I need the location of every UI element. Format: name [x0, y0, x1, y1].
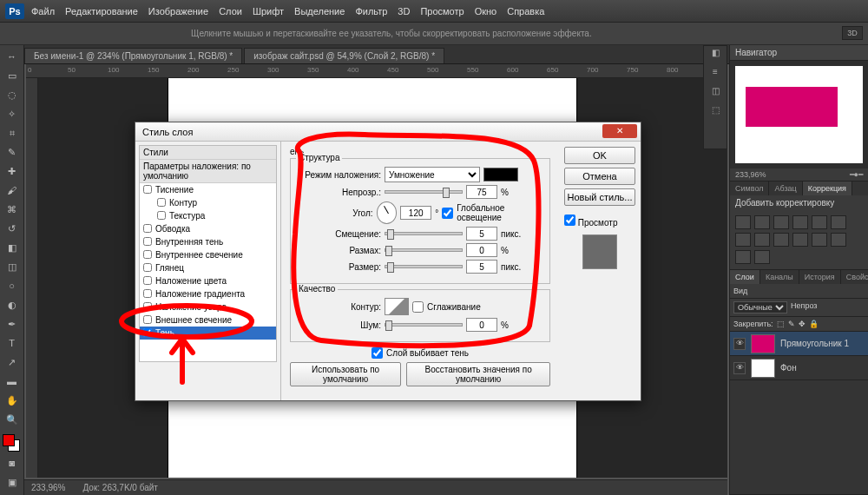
adj-icon[interactable]: [792, 215, 808, 229]
blending-options-header[interactable]: Параметры наложения: по умолчанию: [140, 160, 276, 183]
document-tab[interactable]: изображ сайт.psd @ 54,9% (Слой 2, RGB/8)…: [244, 48, 444, 63]
crop-tool-icon[interactable]: ⌗: [2, 124, 23, 142]
lasso-tool-icon[interactable]: ◌: [2, 86, 23, 103]
gradient-tool-icon[interactable]: ◫: [2, 258, 23, 275]
panel-icon[interactable]: ⬚: [706, 105, 725, 122]
style-coloroverlay[interactable]: Наложение цвета: [140, 274, 276, 287]
style-checkbox[interactable]: [143, 237, 152, 246]
navigator-zoom[interactable]: 233,96%: [735, 170, 766, 179]
style-checkbox[interactable]: [143, 302, 152, 311]
menu-layers[interactable]: Слои: [219, 6, 242, 16]
tab-adjustments[interactable]: Коррекция: [803, 182, 852, 195]
menu-file[interactable]: Файл: [31, 6, 55, 16]
shadow-color-swatch[interactable]: [483, 168, 518, 182]
menu-view[interactable]: Просмотр: [420, 6, 464, 16]
zoom-tool-icon[interactable]: 🔍: [2, 411, 23, 428]
marquee-tool-icon[interactable]: ▭: [2, 67, 23, 84]
wand-tool-icon[interactable]: ✧: [2, 105, 23, 122]
ruler-vertical[interactable]: [26, 78, 38, 478]
tab-layers[interactable]: Слои: [730, 270, 760, 284]
antialias-checkbox[interactable]: [412, 301, 424, 313]
dodge-tool-icon[interactable]: ◐: [2, 296, 23, 314]
style-patternoverlay[interactable]: Наложение узора: [140, 300, 276, 314]
noise-slider[interactable]: [385, 323, 463, 327]
blend-mode-select[interactable]: Обычные: [733, 301, 787, 314]
tab-paragraph[interactable]: Абзац: [769, 182, 802, 195]
new-style-button[interactable]: Новый стиль...: [564, 188, 635, 206]
foreground-color-swatch[interactable]: [3, 434, 15, 446]
distance-slider[interactable]: [385, 232, 463, 235]
reset-default-button[interactable]: Восстановить значения по умолчанию: [406, 362, 550, 386]
adj-icon[interactable]: [831, 233, 846, 247]
type-tool-icon[interactable]: T: [2, 334, 23, 352]
adj-icon[interactable]: [773, 233, 789, 247]
layer-row[interactable]: 👁 Фон: [730, 356, 868, 380]
stamp-tool-icon[interactable]: ⌘: [2, 201, 23, 218]
layer-thumb[interactable]: [751, 334, 775, 353]
adj-icon[interactable]: [773, 215, 789, 229]
panel-icon[interactable]: ≡: [706, 67, 725, 84]
style-checkbox[interactable]: [143, 250, 152, 259]
style-dropshadow[interactable]: Тень: [140, 327, 276, 340]
contour-picker[interactable]: [385, 298, 409, 315]
angle-input[interactable]: [400, 206, 431, 220]
menu-select[interactable]: Выделение: [294, 6, 345, 16]
spread-slider[interactable]: [385, 248, 463, 252]
adj-icon[interactable]: [754, 250, 770, 264]
style-outerglow[interactable]: Внешнее свечение: [140, 314, 276, 327]
move-tool-icon[interactable]: ↔: [2, 48, 23, 65]
history-brush-icon[interactable]: ↺: [2, 220, 23, 237]
lock-icon[interactable]: 🔒: [809, 320, 819, 328]
distance-input[interactable]: [466, 227, 497, 241]
noise-input[interactable]: [466, 318, 497, 332]
style-checkbox[interactable]: [143, 276, 152, 285]
hand-tool-icon[interactable]: ✋: [2, 392, 23, 409]
layer-name[interactable]: Прямоугольник 1: [780, 339, 849, 348]
status-zoom[interactable]: 233,96%: [31, 483, 65, 492]
style-checkbox[interactable]: [143, 289, 152, 298]
style-bevel[interactable]: Тиснение: [140, 183, 276, 196]
style-stroke[interactable]: Обводка: [140, 222, 276, 235]
navigator-thumb[interactable]: [730, 61, 868, 168]
make-default-button[interactable]: Использовать по умолчанию: [290, 362, 401, 386]
size-input[interactable]: [466, 260, 497, 274]
path-tool-icon[interactable]: ↗: [2, 353, 23, 371]
screenmode-icon[interactable]: ▣: [2, 473, 23, 491]
eyedropper-tool-icon[interactable]: ✎: [2, 143, 23, 161]
style-gradientoverlay[interactable]: Наложение градиента: [140, 287, 276, 300]
spread-input[interactable]: [466, 243, 497, 257]
tab-channels[interactable]: Каналы: [760, 270, 799, 284]
angle-dial[interactable]: [377, 201, 398, 224]
dialog-titlebar[interactable]: Стиль слоя ✕: [135, 122, 641, 142]
layer-name[interactable]: Фон: [780, 363, 797, 373]
adj-icon[interactable]: [812, 233, 827, 247]
shape-tool-icon[interactable]: ▬: [2, 373, 23, 390]
adj-icon[interactable]: [792, 233, 808, 247]
style-satin[interactable]: Глянец: [140, 261, 276, 274]
visibility-icon[interactable]: 👁: [733, 338, 746, 350]
menu-type[interactable]: Шрифт: [253, 6, 284, 16]
brush-tool-icon[interactable]: 🖌: [2, 182, 23, 199]
preview-checkbox[interactable]: [564, 214, 575, 226]
layer-thumb[interactable]: [751, 359, 775, 378]
style-texture[interactable]: Текстура: [140, 209, 276, 222]
workspace-switch-3d[interactable]: 3D: [842, 26, 863, 40]
style-checkbox[interactable]: [143, 315, 152, 324]
menu-image[interactable]: Изображение: [148, 6, 208, 16]
adj-icon[interactable]: [754, 215, 770, 229]
style-checkbox[interactable]: [143, 185, 152, 194]
tab-history[interactable]: История: [799, 270, 841, 284]
layer-row[interactable]: 👁 Прямоугольник 1: [730, 332, 868, 356]
style-checkbox[interactable]: [157, 198, 166, 207]
ok-button[interactable]: OK: [564, 147, 635, 164]
lock-icon[interactable]: ✥: [799, 320, 806, 328]
adj-icon[interactable]: [831, 215, 846, 229]
panel-icon[interactable]: ◧: [706, 48, 725, 65]
quickmask-icon[interactable]: ◙: [2, 454, 23, 472]
menu-window[interactable]: Окно: [475, 6, 497, 16]
tab-character[interactable]: Символ: [730, 182, 769, 195]
menu-edit[interactable]: Редактирование: [65, 6, 138, 16]
heal-tool-icon[interactable]: ✚: [2, 162, 23, 180]
ruler-horizontal[interactable]: 0 50 100 150 200 250 300 350 400 450 500…: [26, 64, 727, 78]
adj-icon[interactable]: [754, 233, 770, 247]
